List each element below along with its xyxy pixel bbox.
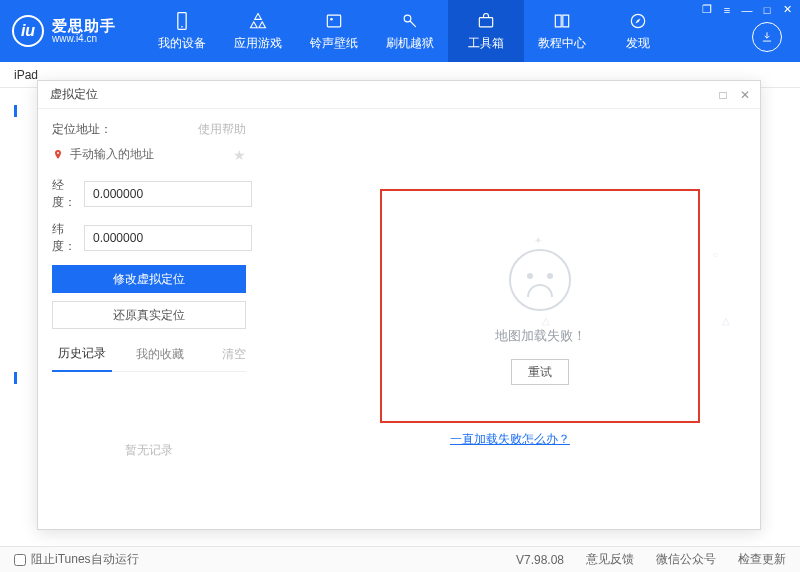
compass-icon [628,11,648,31]
section-marker [14,105,17,117]
main-nav: 我的设备 应用游戏 铃声壁纸 刷机越狱 工具箱 教程中心 发现 [144,0,676,62]
tab-history[interactable]: 历史记录 [52,337,112,372]
favorite-star-icon[interactable]: ★ [233,147,246,163]
nav-flash[interactable]: 刷机越狱 [372,0,448,62]
deco-icon: △ [722,315,730,326]
feedback-link[interactable]: 意见反馈 [586,551,634,568]
dialog-close-icon[interactable]: ✕ [738,88,752,102]
clear-button[interactable]: 清空 [222,338,246,371]
phone-icon [172,11,192,31]
book-icon [552,11,572,31]
nav-tutorials[interactable]: 教程中心 [524,0,600,62]
help-link[interactable]: 使用帮助 [198,121,246,138]
toolbox-icon [476,11,496,31]
map-panel: ✦ ○ △ △ 地图加载失败！ 重试 一直加载失败怎么办？ [260,109,760,529]
empty-records-text: 暂无记录 [52,442,246,459]
nav-toolbox[interactable]: 工具箱 [448,0,524,62]
nav-apps[interactable]: 应用游戏 [220,0,296,62]
menu-icon[interactable]: ≡ [720,4,734,16]
retry-button[interactable]: 重试 [511,359,569,385]
brand-url: www.i4.cn [52,34,116,45]
window-controls: ❐ ≡ — □ ✕ [700,3,794,16]
latitude-input[interactable] [84,225,252,251]
tab-favorites[interactable]: 我的收藏 [130,338,190,371]
statusbar: 阻止iTunes自动运行 V7.98.08 意见反馈 微信公众号 检查更新 [0,546,800,572]
brand-name: 爱思助手 [52,18,116,34]
block-itunes-checkbox[interactable]: 阻止iTunes自动运行 [14,551,139,568]
deco-icon: ✦ [534,235,542,246]
key-icon [400,11,420,31]
topbar: iu 爱思助手 www.i4.cn 我的设备 应用游戏 铃声壁纸 刷机越狱 工具… [0,0,800,62]
virtual-location-dialog: 虚拟定位 □ ✕ 定位地址： 使用帮助 手动输入的地址 ★ 经度： 纬度： [37,80,761,530]
svg-point-4 [404,15,411,22]
image-icon [324,11,344,31]
version-text: V7.98.08 [516,553,564,567]
manual-address-text: 手动输入的地址 [70,146,154,163]
section-marker [14,372,17,384]
nav-ringtones[interactable]: 铃声壁纸 [296,0,372,62]
device-name: iPad [14,68,38,82]
deco-icon: ○ [712,249,718,260]
brand-logo: iu 爱思助手 www.i4.cn [12,15,116,47]
block-itunes-input[interactable] [14,554,26,566]
left-panel: 定位地址： 使用帮助 手动输入的地址 ★ 经度： 纬度： 修改虚拟定位 还原真实… [38,109,260,529]
fail-help-link[interactable]: 一直加载失败怎么办？ [450,432,570,446]
longitude-input[interactable] [84,181,252,207]
address-label: 定位地址： [52,121,112,138]
svg-point-3 [330,18,333,20]
map-fail-text: 地图加载失败！ [382,327,698,345]
nav-discover[interactable]: 发现 [600,0,676,62]
pin-icon [52,148,64,162]
error-highlight: ✦ ○ △ △ 地图加载失败！ 重试 [380,189,700,423]
svg-rect-5 [479,17,492,26]
svg-point-7 [57,152,59,154]
deco-icon: △ [542,315,550,326]
theme-icon[interactable]: ❐ [700,3,714,16]
modify-location-button[interactable]: 修改虚拟定位 [52,265,246,293]
dialog-titlebar: 虚拟定位 □ ✕ [38,81,760,109]
history-tabs: 历史记录 我的收藏 清空 [52,337,246,372]
sad-face-icon [509,249,571,311]
restore-location-button[interactable]: 还原真实定位 [52,301,246,329]
wechat-link[interactable]: 微信公众号 [656,551,716,568]
minimize-icon[interactable]: — [740,4,754,16]
check-update-link[interactable]: 检查更新 [738,551,786,568]
logo-icon: iu [12,15,44,47]
maximize-icon[interactable]: □ [760,4,774,16]
svg-point-1 [181,26,183,28]
latitude-label: 纬度： [52,221,76,255]
close-icon[interactable]: ✕ [780,3,794,16]
download-button[interactable] [752,22,782,52]
longitude-label: 经度： [52,177,76,211]
download-icon [760,30,774,44]
dialog-title: 虚拟定位 [50,86,98,103]
svg-rect-2 [327,15,340,27]
dialog-max-icon[interactable]: □ [716,88,730,102]
nav-my-device[interactable]: 我的设备 [144,0,220,62]
app-icon [248,11,268,31]
